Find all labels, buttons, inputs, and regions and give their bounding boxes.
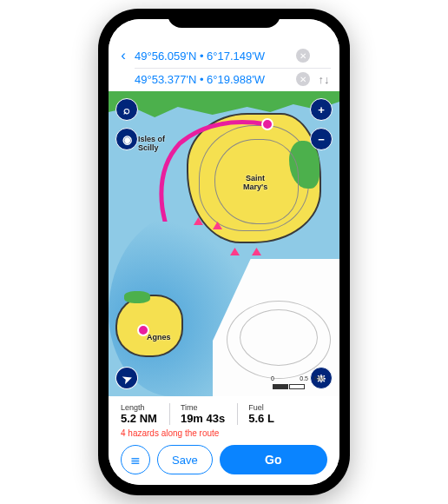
list-button[interactable]: ≣ xyxy=(121,445,150,474)
clear-start-icon[interactable]: ✕ xyxy=(296,49,310,63)
island-agnes xyxy=(115,295,183,357)
route-path xyxy=(109,91,339,222)
action-row: ≣ Save Go xyxy=(121,445,327,474)
back-button[interactable]: ‹ xyxy=(117,47,129,64)
go-button[interactable]: Go xyxy=(220,445,327,474)
fuel-label: Fuel xyxy=(248,403,274,412)
label-scilly: Isles of Scilly xyxy=(138,135,165,152)
label-agnes: Agnes xyxy=(147,333,171,342)
time-value: 19m 43s xyxy=(181,412,225,425)
save-button[interactable]: Save xyxy=(157,445,213,474)
divider xyxy=(135,68,331,69)
camera-button[interactable]: ◉ xyxy=(115,128,138,150)
app-screen: ‹ 49°56.059'N • 6°17.149'W ✕ 49°53.377'N… xyxy=(109,19,339,485)
stat-time: Time 19m 43s xyxy=(169,403,225,425)
phone-frame: ‹ 49°56.059'N • 6°17.149'W ✕ 49°53.377'N… xyxy=(98,9,350,495)
length-label: Length xyxy=(121,403,157,412)
depth-contour xyxy=(240,309,318,366)
length-value: 5.2 NM xyxy=(121,412,157,425)
nautical-map[interactable]: Isles of Scilly Saint Mary's Agnes ⌕ ◉ +… xyxy=(109,91,339,396)
end-coord-row: 49°53.377'N • 6°19.988'W ✕ ↑↓ xyxy=(117,70,331,88)
stats-row: Length 5.2 NM Time 19m 43s Fuel 5.6 L xyxy=(121,403,327,425)
zoom-out-button[interactable]: − xyxy=(310,128,333,150)
search-button[interactable]: ⌕ xyxy=(115,98,138,121)
fuel-value: 5.6 L xyxy=(248,412,274,425)
start-coord-row: ‹ 49°56.059'N • 6°17.149'W ✕ xyxy=(117,45,331,66)
map-scale: 0 0.5 NM xyxy=(273,384,305,389)
swap-icon[interactable]: ↑↓ xyxy=(317,73,331,86)
stat-length: Length 5.2 NM xyxy=(121,403,157,425)
end-coord[interactable]: 49°53.377'N • 6°19.988'W xyxy=(135,73,291,86)
route-header: ‹ 49°56.059'N • 6°17.149'W ✕ 49°53.377'N… xyxy=(109,19,339,91)
stat-fuel: Fuel 5.6 L xyxy=(237,403,274,425)
waypoint-start[interactable] xyxy=(261,118,273,130)
zoom-in-button[interactable]: + xyxy=(310,98,333,121)
label-st-marys: Saint Mary's xyxy=(243,174,267,191)
phone-notch xyxy=(168,9,280,28)
route-summary: Length 5.2 NM Time 19m 43s Fuel 5.6 L 4 … xyxy=(109,396,339,485)
start-coord[interactable]: 49°56.059'N • 6°17.149'W xyxy=(135,50,291,63)
hazard-warning[interactable]: 4 hazards along the route xyxy=(121,428,327,438)
clear-end-icon[interactable]: ✕ xyxy=(296,72,310,86)
time-label: Time xyxy=(181,403,225,412)
hazard-icon xyxy=(252,248,261,255)
